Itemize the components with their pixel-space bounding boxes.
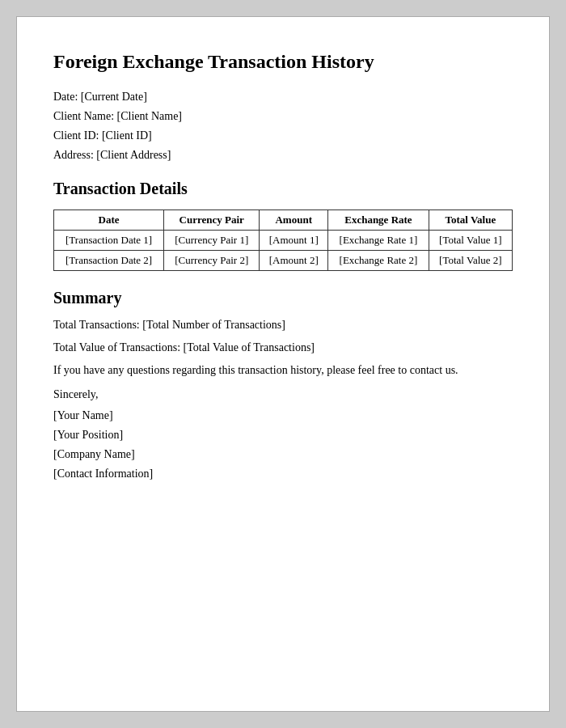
col-header-date: Date xyxy=(54,210,164,231)
company-name: [Company Name] xyxy=(53,448,513,461)
cell-r0-c4: [Total Value 1] xyxy=(429,231,512,251)
contact-info: [Contact Information] xyxy=(53,468,513,480)
cell-r1-c0: [Transaction Date 2] xyxy=(54,251,164,271)
summary-title: Summary xyxy=(53,289,513,307)
cell-r1-c1: [Currency Pair 2] xyxy=(164,251,260,271)
col-header-total-value: Total Value xyxy=(429,210,512,231)
client-id-field: Client ID: [Client ID] xyxy=(53,129,513,142)
cell-r0-c1: [Currency Pair 1] xyxy=(164,231,260,251)
cell-r1-c2: [Amount 2] xyxy=(260,251,328,271)
address-field: Address: [Client Address] xyxy=(53,149,513,162)
contact-note: If you have any questions regarding this… xyxy=(53,364,513,377)
table-row: [Transaction Date 2][Currency Pair 2][Am… xyxy=(54,251,513,271)
sincerely: Sincerely, xyxy=(53,388,513,401)
col-header-amount: Amount xyxy=(260,210,328,231)
cell-r1-c3: [Exchange Rate 2] xyxy=(328,251,429,271)
page-title: Foreign Exchange Transaction History xyxy=(53,49,513,74)
your-position: [Your Position] xyxy=(53,429,513,442)
col-header-currency-pair: Currency Pair xyxy=(164,210,260,231)
total-transactions: Total Transactions: [Total Number of Tra… xyxy=(53,319,513,332)
table-row: [Transaction Date 1][Currency Pair 1][Am… xyxy=(54,231,513,251)
cell-r0-c2: [Amount 1] xyxy=(260,231,328,251)
total-value: Total Value of Transactions: [Total Valu… xyxy=(53,341,513,354)
transaction-table: Date Currency Pair Amount Exchange Rate … xyxy=(53,210,513,271)
cell-r0-c0: [Transaction Date 1] xyxy=(54,231,164,251)
your-name: [Your Name] xyxy=(53,409,513,422)
transaction-details-title: Transaction Details xyxy=(53,180,513,198)
document-page: Foreign Exchange Transaction History Dat… xyxy=(16,16,550,712)
date-field: Date: [Current Date] xyxy=(53,91,513,104)
table-header-row: Date Currency Pair Amount Exchange Rate … xyxy=(54,210,513,231)
col-header-exchange-rate: Exchange Rate xyxy=(328,210,429,231)
client-name-field: Client Name: [Client Name] xyxy=(53,110,513,123)
cell-r1-c4: [Total Value 2] xyxy=(429,251,512,271)
cell-r0-c3: [Exchange Rate 1] xyxy=(328,231,429,251)
